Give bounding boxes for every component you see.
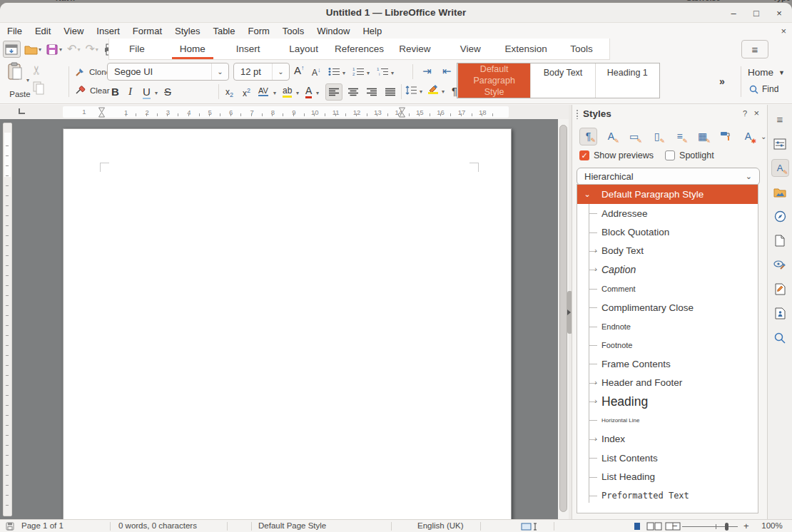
numbered-list-dropdown-icon[interactable]: ▾ bbox=[367, 70, 370, 76]
cut-icon[interactable]: ✂ bbox=[29, 65, 44, 75]
menu-item[interactable]: Form bbox=[241, 24, 275, 38]
highlight-color-icon[interactable]: ab bbox=[283, 86, 292, 98]
vertical-ruler[interactable] bbox=[3, 123, 12, 516]
zoom-in-button[interactable]: + bbox=[743, 521, 749, 531]
save-icon[interactable]: ▾ bbox=[45, 41, 64, 58]
sidebar-settings-icon[interactable]: ≡ bbox=[771, 111, 789, 128]
close-button[interactable]: × bbox=[773, 8, 785, 19]
page-styles-icon[interactable]: ▯✎ bbox=[648, 128, 666, 145]
strikethrough-button[interactable]: S bbox=[164, 86, 171, 98]
underline-dropdown-icon[interactable]: ▾ bbox=[155, 90, 158, 96]
zoom-slider-handle[interactable] bbox=[725, 523, 728, 531]
style-filter-dropdown[interactable]: Hierarchical ⌄ bbox=[577, 168, 760, 185]
word-count[interactable]: 0 words, 0 characters bbox=[118, 521, 197, 530]
expander-icon[interactable]: › bbox=[592, 266, 599, 274]
notebookbar-tab[interactable]: Review bbox=[387, 39, 442, 59]
style-list-item[interactable]: Frame Contents bbox=[577, 354, 758, 373]
font-size-dropdown-icon[interactable]: ⌄ bbox=[272, 63, 289, 80]
deck-drag-handle[interactable] bbox=[576, 109, 579, 119]
menubar-toggle-icon[interactable] bbox=[3, 41, 21, 58]
menu-item[interactable]: Insert bbox=[90, 24, 126, 38]
horizontal-ruler[interactable]: 1 123456789101112131415161718 bbox=[0, 105, 569, 119]
zoom-level[interactable]: 100% bbox=[756, 521, 788, 530]
open-dropdown-icon[interactable]: ▾ bbox=[39, 46, 41, 53]
clear-formatting-button[interactable]: Clear bbox=[75, 85, 109, 96]
style-list-item[interactable]: Comment bbox=[577, 280, 758, 298]
style-list-item[interactable]: List Heading bbox=[577, 467, 758, 486]
notebookbar-tab[interactable]: Layout bbox=[276, 39, 332, 59]
font-color-icon[interactable]: A bbox=[305, 85, 312, 98]
undo-icon[interactable]: ↶▾ bbox=[66, 41, 81, 58]
properties-icon[interactable] bbox=[771, 135, 789, 153]
document-page[interactable] bbox=[63, 128, 512, 519]
paragraph-background-dropdown-icon[interactable]: ▾ bbox=[442, 88, 445, 95]
font-name-dropdown-icon[interactable]: ⌄ bbox=[211, 63, 228, 80]
toolbar-overflow-button[interactable]: » bbox=[719, 76, 724, 87]
menu-item[interactable]: Window bbox=[310, 24, 356, 38]
font-size-combobox[interactable]: 12 pt ⌄ bbox=[233, 63, 290, 81]
style-list-item[interactable]: Endnote bbox=[577, 317, 758, 335]
character-styles-icon[interactable]: A✎ bbox=[602, 128, 620, 145]
page-icon[interactable] bbox=[771, 232, 789, 250]
menu-item[interactable]: Edit bbox=[29, 24, 57, 38]
frame-styles-icon[interactable]: ▭✎ bbox=[625, 128, 643, 145]
notebookbar-tab[interactable]: View bbox=[442, 39, 498, 59]
accessibility-check-icon[interactable] bbox=[771, 305, 789, 322]
grow-font-icon[interactable]: A↑ bbox=[294, 64, 305, 76]
style-list-item[interactable]: Complimentary Close bbox=[577, 298, 758, 317]
highlight-dropdown-icon[interactable]: ▾ bbox=[296, 90, 299, 96]
new-style-dropdown-icon[interactable]: ⌄ bbox=[761, 133, 766, 140]
style-gallery-item[interactable]: Body Text bbox=[530, 63, 594, 98]
menu-item[interactable]: Table bbox=[206, 24, 241, 38]
menu-item[interactable]: Tools bbox=[276, 24, 310, 38]
redo-icon[interactable]: ↷▾ bbox=[83, 41, 99, 58]
style-list-item[interactable]: › Index bbox=[577, 430, 758, 449]
bold-button[interactable]: B bbox=[111, 86, 119, 98]
show-previews-checkbox[interactable]: ✓ bbox=[579, 150, 589, 160]
superscript-button[interactable]: x2 bbox=[243, 87, 250, 98]
bullet-list-icon[interactable] bbox=[328, 67, 340, 76]
outline-list-icon[interactable]: 1i bbox=[377, 67, 389, 76]
style-list-item[interactable]: Footnote bbox=[577, 336, 758, 354]
zoom-out-button[interactable]: − bbox=[672, 521, 678, 531]
save-dropdown-icon[interactable]: ▾ bbox=[59, 46, 62, 53]
style-inspector-icon[interactable] bbox=[771, 256, 789, 274]
bullet-list-dropdown-icon[interactable]: ▾ bbox=[342, 70, 345, 76]
paragraph-background-icon[interactable] bbox=[428, 84, 438, 94]
page-style[interactable]: Default Page Style bbox=[258, 521, 326, 530]
page-info[interactable]: Page 1 of 1 bbox=[21, 521, 64, 530]
manage-changes-icon[interactable] bbox=[771, 280, 789, 298]
zoom-slider-track[interactable] bbox=[682, 526, 738, 527]
notebookbar-tab[interactable]: Insert bbox=[220, 39, 276, 59]
scrollbar-thumb[interactable] bbox=[559, 125, 567, 512]
notebookbar-tab[interactable]: File bbox=[109, 39, 165, 59]
align-center-button[interactable] bbox=[345, 83, 362, 101]
fill-format-mode-icon[interactable] bbox=[716, 128, 734, 145]
align-left-button[interactable] bbox=[325, 83, 342, 101]
multi-page-view-icon[interactable] bbox=[646, 522, 662, 531]
maximize-button[interactable]: □ bbox=[751, 8, 762, 19]
navigator-icon[interactable] bbox=[771, 208, 789, 225]
expander-icon[interactable]: › bbox=[592, 379, 599, 387]
menu-item[interactable]: Styles bbox=[168, 24, 206, 38]
context-selector[interactable]: Home ▼ bbox=[748, 67, 785, 78]
decrease-indent-icon[interactable]: ⇤ bbox=[442, 65, 452, 78]
font-color-dropdown-icon[interactable]: ▾ bbox=[316, 90, 319, 96]
line-spacing-dropdown-icon[interactable]: ▾ bbox=[420, 88, 422, 95]
paste-icon[interactable] bbox=[7, 62, 24, 81]
expander-icon[interactable]: › bbox=[592, 247, 599, 255]
table-styles-icon[interactable]: ▦✎ bbox=[694, 128, 711, 145]
increase-indent-icon[interactable]: ⇥ bbox=[422, 65, 432, 78]
expander-icon[interactable]: ⌄ bbox=[584, 190, 591, 199]
outline-list-dropdown-icon[interactable]: ▾ bbox=[391, 70, 394, 76]
align-justify-button[interactable] bbox=[382, 83, 399, 101]
style-list-item[interactable]: List Contents bbox=[577, 449, 758, 467]
menu-item[interactable]: Format bbox=[126, 24, 168, 38]
list-styles-icon[interactable]: ≡✎ bbox=[671, 128, 689, 145]
find-button[interactable]: Find bbox=[749, 84, 778, 94]
style-list-item[interactable]: › Body Text bbox=[577, 242, 758, 260]
shrink-font-icon[interactable]: A↓ bbox=[312, 66, 321, 78]
notebookbar-tab[interactable]: References bbox=[332, 39, 387, 59]
menu-item[interactable]: View bbox=[57, 24, 90, 38]
right-indent-marker-icon[interactable] bbox=[398, 107, 406, 118]
